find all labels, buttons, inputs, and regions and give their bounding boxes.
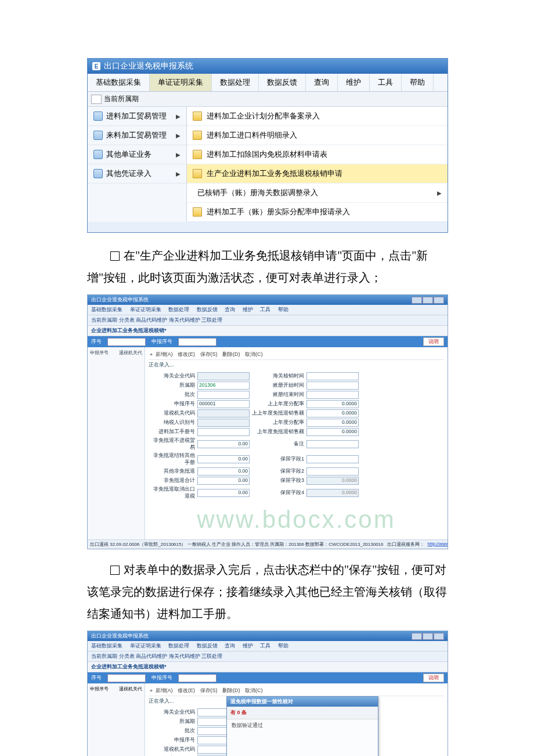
menu-item[interactable]: 帮助 — [278, 307, 288, 312]
filter-bar: 序号 申报序号 说明 — [88, 336, 448, 347]
toolbar: 当前所属期 分类表 商品代码维护 海关代码维护 三联处理 — [88, 651, 448, 662]
delete-button[interactable]: 删除(D) — [222, 351, 240, 357]
status-link[interactable]: http://www.chinachts.com/showcn/vshowcn/… — [428, 541, 448, 548]
field-value[interactable]: 0.00 — [197, 477, 250, 485]
field-value[interactable]: 0.0000 — [306, 428, 359, 436]
submenu-right-item-1[interactable]: 进料加工进口料件明细录入 — [187, 126, 448, 145]
help-button[interactable]: 说明 — [423, 337, 444, 346]
entry-form: 海关企业代码 海关核销时间 所属期201306 账册开始时间 批次 账册结束时间… — [149, 372, 444, 500]
menu-item[interactable]: 单证证明采集 — [130, 307, 161, 312]
active-tab[interactable]: 企业进料加工业务免抵退税核销* — [88, 662, 448, 672]
field-value[interactable] — [306, 372, 359, 380]
filter-input-1[interactable] — [107, 338, 146, 346]
paragraph-2: 对表单中的数据录入完后，点击状态栏中的"保存"按钮，便可对该笔录完的数据进行保存… — [87, 559, 447, 625]
submenu-right-item-5[interactable]: 进料加工手（账）册实际分配率申报请录入 — [187, 203, 448, 222]
submenu-right-item-0[interactable]: 进料加工企业计划分配率备案录入 — [187, 107, 448, 126]
field-value[interactable]: 0.0000 — [306, 400, 359, 408]
menu-item[interactable]: 数据处理 — [168, 307, 189, 312]
field-value[interactable]: 0.00 — [197, 467, 250, 476]
filter-input-2[interactable] — [178, 674, 217, 682]
filter-input-1[interactable] — [107, 674, 146, 682]
filter-input-2[interactable] — [178, 338, 217, 346]
column-header: 退税机关代 — [119, 350, 142, 356]
menu-item-4[interactable]: 查询 — [306, 74, 338, 91]
field-value[interactable]: 0.00 — [197, 455, 250, 463]
add-button[interactable]: ＋ 新增(A) — [149, 687, 173, 693]
menu-item[interactable]: 查询 — [225, 643, 235, 649]
menu-item[interactable]: 数据处理 — [168, 643, 189, 649]
field-value[interactable] — [306, 440, 359, 448]
field-value[interactable] — [306, 391, 359, 399]
help-button[interactable]: 说明 — [423, 674, 444, 682]
toolbar-label: 当前所属期 — [104, 94, 139, 104]
window-controls[interactable] — [412, 297, 444, 304]
field-value[interactable] — [306, 381, 359, 390]
save-button[interactable]: 保存(S) — [200, 351, 218, 357]
delete-button[interactable]: 删除(D) — [222, 687, 240, 693]
field-label: 保留字段1 — [252, 456, 304, 463]
loading-label: 正在录入... — [149, 360, 444, 370]
menu-item-6[interactable]: 工具 — [370, 74, 402, 91]
menu-item[interactable]: 工具 — [260, 307, 270, 312]
submenu-right-item-4[interactable]: 已核销手（账）册海关数据调整录入 ▶ — [187, 183, 448, 203]
save-button[interactable]: 保存(S) — [200, 687, 218, 693]
column-header: 申报序号 — [90, 350, 109, 356]
window-controls[interactable] — [412, 633, 444, 640]
document-icon — [193, 150, 202, 159]
submenu-right-item-3[interactable]: 生产企业进料加工业务免抵退税核销申请 — [187, 164, 448, 183]
submenu-left-item-3[interactable]: 其他凭证录入 ▶ — [88, 164, 186, 183]
field-label: 进料加工手册号 — [149, 429, 195, 435]
menu-item-0[interactable]: 基础数据采集 — [88, 74, 150, 91]
field-value[interactable] — [197, 372, 250, 380]
field-value[interactable]: 0.0000 — [306, 409, 359, 417]
menu-item-2[interactable]: 数据处理 — [212, 74, 259, 91]
folder-icon — [93, 111, 103, 121]
menu-item[interactable]: 维护 — [243, 307, 253, 312]
field-value[interactable] — [306, 455, 359, 463]
field-value[interactable]: 0.00 — [197, 440, 250, 448]
field-value[interactable] — [197, 391, 250, 399]
menu-item-1[interactable]: 单证证明采集 — [150, 74, 212, 91]
cancel-button[interactable]: 取消(C) — [245, 351, 263, 357]
menu-item-7[interactable]: 帮助 — [402, 74, 434, 91]
field-value[interactable]: 0.0000 — [306, 489, 359, 497]
menu-item[interactable]: 查询 — [225, 307, 235, 312]
menu-item[interactable]: 单证证明采集 — [130, 643, 161, 649]
menu-item-5[interactable]: 维护 — [338, 74, 370, 91]
field-value[interactable] — [197, 428, 250, 436]
menu-item[interactable]: 数据反馈 — [197, 307, 218, 312]
menu-item[interactable]: 数据反馈 — [197, 643, 218, 649]
form-panel: ＋ 新增(A) 修改(E) 保存(S) 删除(D) 取消(C) 正在录入... … — [145, 347, 448, 539]
field-value[interactable] — [306, 467, 359, 476]
checkbox-icon — [110, 251, 120, 261]
menu-item[interactable]: 基础数据采集 — [91, 307, 122, 312]
field-value[interactable] — [197, 409, 250, 417]
menu-item[interactable]: 基础数据采集 — [91, 643, 122, 649]
menu-item[interactable]: 帮助 — [278, 643, 288, 649]
menu-item[interactable]: 维护 — [243, 643, 253, 649]
menu-item[interactable]: 工具 — [260, 643, 270, 649]
field-value[interactable]: 0.0000 — [306, 477, 359, 485]
submenu-right: 进料加工企业计划分配率备案录入 进料加工进口料件明细录入 进料加工扣除国内免税原… — [187, 107, 448, 222]
menu-item-3[interactable]: 数据反馈 — [259, 74, 306, 91]
cancel-button[interactable]: 取消(C) — [245, 687, 263, 693]
edit-button[interactable]: 修改(E) — [178, 687, 195, 693]
column-header: 申报序号 — [90, 686, 109, 692]
active-tab[interactable]: 企业进料加工业务免抵退税核销* — [88, 326, 448, 336]
field-value[interactable] — [197, 419, 250, 427]
field-value[interactable]: 000001 — [197, 400, 250, 408]
submenu-right-item-2[interactable]: 进料加工扣除国内免税原材料申请表 — [187, 145, 448, 164]
edit-button[interactable]: 修改(E) — [178, 351, 195, 357]
submenu-left-item-2[interactable]: 其他单证业务 ▶ — [88, 145, 186, 164]
field-value[interactable]: 0.00 — [197, 489, 250, 497]
field-label: 上年度分配率 — [252, 419, 304, 426]
submenu-left-item-0[interactable]: 进料加工贸易管理 ▶ — [88, 107, 186, 126]
filter-label: 申报序号 — [151, 338, 172, 345]
field-label: 所属期 — [149, 718, 195, 725]
field-value[interactable]: 201306 — [197, 381, 250, 390]
toolbar: 当前所属期 — [88, 92, 448, 107]
add-button[interactable]: ＋ 新增(A) — [149, 351, 173, 357]
field-label: 账册结束时间 — [252, 391, 304, 398]
submenu-left-item-1[interactable]: 来料加工贸易管理 ▶ — [88, 126, 186, 145]
field-value[interactable]: 0.0000 — [306, 419, 359, 427]
